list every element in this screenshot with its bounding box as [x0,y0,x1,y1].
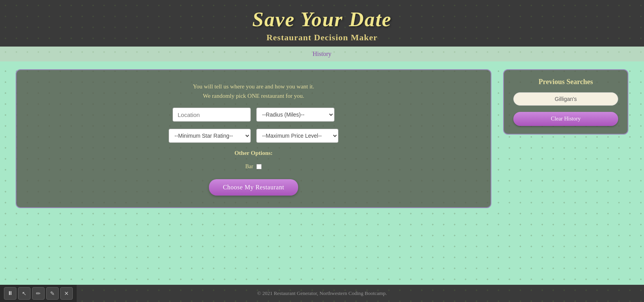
bar-checkbox[interactable] [256,164,262,169]
searches-title: Previous Searches [539,78,593,86]
main-content: You will tell us where you are and how y… [0,61,644,285]
star-rating-select[interactable]: --Minimum Star Rating-- 1 2 3 4 5 [169,129,251,143]
bar-label: Bar [245,164,253,170]
rating-price-row: --Minimum Star Rating-- 1 2 3 4 5 --Maxi… [32,129,475,143]
bottom-toolbar: ⏸ ↖ ✏ ✎ ✕ [0,285,77,302]
location-input[interactable] [173,108,251,122]
choose-restaurant-button[interactable]: Choose My Restaurant [209,179,299,196]
bar-option-row: Bar [245,164,262,170]
description-line1: You will tell us where you are and how y… [193,83,314,90]
cursor-button[interactable]: ↖ [18,287,31,300]
page-subtitle: Restaurant Decision Maker [0,32,644,43]
pause-icon: ⏸ [7,290,13,297]
search-result-item[interactable]: Gilligan's [513,92,618,106]
page-footer: © 2021 Restaurant Generator, Northwester… [0,285,644,302]
search-form-panel: You will tell us where you are and how y… [16,69,491,208]
form-description: You will tell us where you are and how y… [193,82,314,101]
price-level-select[interactable]: --Maximum Price Level-- $ $$ $$$ $$$$ [256,129,338,143]
pause-button[interactable]: ⏸ [4,287,16,300]
history-link[interactable]: History [313,50,331,57]
main-nav: History [0,47,644,61]
cursor-icon: ↖ [22,290,27,297]
radius-select[interactable]: --Radius (Miles)-- 1 5 10 25 50 [256,108,335,122]
location-row: --Radius (Miles)-- 1 5 10 25 50 [32,108,475,122]
close-icon: ✕ [64,290,69,297]
pencil-icon: ✎ [50,290,55,297]
page-header: Save Your Date Restaurant Decision Maker [0,0,644,47]
clear-history-button[interactable]: Clear History [513,112,618,126]
description-line2: We randomly pick ONE restaurant for you. [203,93,304,99]
page-title: Save Your Date [0,8,644,31]
close-button[interactable]: ✕ [60,287,73,300]
pen-icon: ✏ [36,290,41,297]
other-options-label: Other Options: [234,150,273,156]
previous-searches-panel: Previous Searches Gilligan's Clear Histo… [503,69,628,135]
footer-copyright: © 2021 Restaurant Generator, Northwester… [257,290,387,296]
pencil-button[interactable]: ✎ [46,287,59,300]
pen-button[interactable]: ✏ [32,287,45,300]
